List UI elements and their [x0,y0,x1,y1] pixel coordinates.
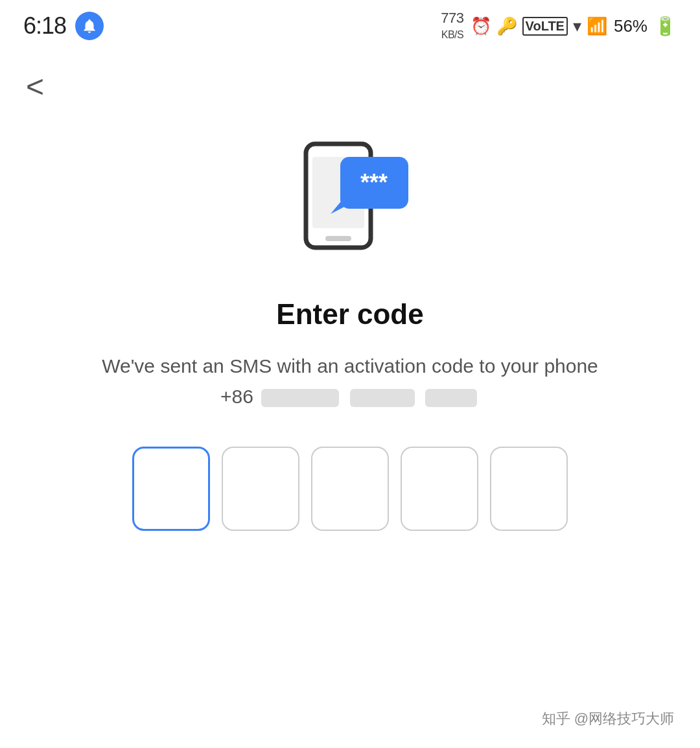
alarm-icon: ⏰ [471,16,491,36]
svg-text:***: *** [360,169,388,196]
phone-blur-3 [425,389,477,407]
code-box-3[interactable] [311,447,389,531]
network-speed: 773 KB/S [441,10,463,41]
code-box-5[interactable] [490,447,568,531]
notification-icon [75,12,104,40]
code-box-2[interactable] [222,447,299,531]
status-right: 773 KB/S ⏰ 🔑 VoLTE ▾ 📶 56% 🔋 [441,10,677,41]
code-box-1[interactable] [132,447,210,531]
signal-icon: 📶 [587,16,607,36]
key-icon: 🔑 [496,16,517,36]
status-time: 6:18 [23,12,66,40]
wifi-icon: ▾ [573,16,581,36]
code-box-4[interactable] [401,447,478,531]
volte-icon: VoLTE [522,17,568,36]
subtitle-text: We've sent an SMS with an activation cod… [102,351,598,380]
battery-icon: 🔋 [654,16,677,37]
page-title: Enter code [276,298,423,331]
phone-blur-2 [350,389,415,407]
phone-number: +86 [220,386,480,408]
main-content: *** Enter code We've sent an SMS with an… [0,47,700,570]
svg-rect-2 [325,236,351,241]
sms-illustration: *** [279,124,421,267]
watermark: 知乎 @网络技巧大师 [542,709,674,729]
bell-icon [81,18,98,34]
status-left: 6:18 [23,12,104,40]
phone-blur-1 [261,389,339,407]
battery-level: 56% [614,16,648,36]
status-icons: ⏰ 🔑 VoLTE ▾ 📶 [471,16,607,36]
back-button[interactable]: < [26,71,44,102]
status-bar: 6:18 773 KB/S ⏰ 🔑 VoLTE ▾ 📶 56% 🔋 [0,0,700,47]
phone-prefix: +86 [220,386,253,407]
phone-sms-icon: *** [279,124,421,267]
code-input-area [132,447,568,531]
